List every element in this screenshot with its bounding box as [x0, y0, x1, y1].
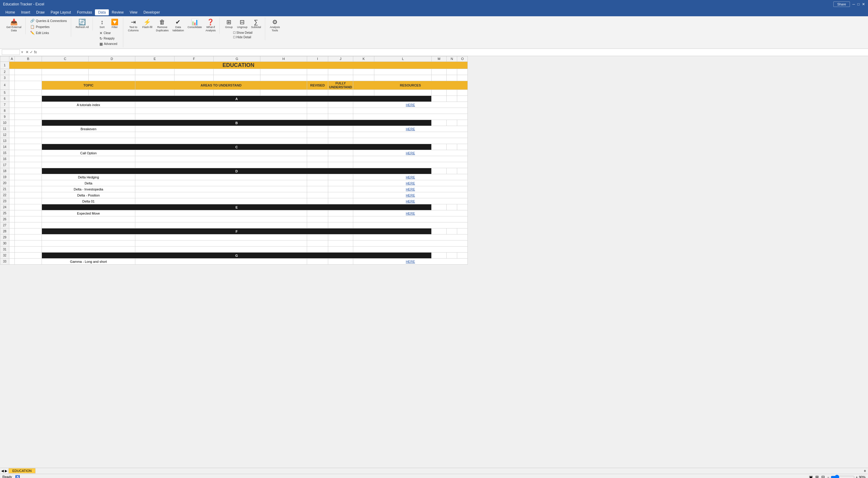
col-header-topic[interactable]: TOPIC [42, 81, 135, 90]
row-header-28[interactable]: 28 [0, 228, 9, 234]
cell-topic[interactable]: Breakeven [42, 126, 135, 132]
section-header-A[interactable]: A [42, 96, 432, 102]
col-header-c[interactable]: C [42, 56, 89, 62]
cell-topic[interactable] [42, 216, 135, 222]
menu-developer[interactable]: Developer [141, 9, 163, 15]
cell-resources[interactable]: HERE [353, 259, 468, 265]
refresh-all-button[interactable]: 🔄 Refresh All [74, 18, 90, 30]
cell-empty[interactable] [15, 150, 42, 156]
cell-empty[interactable] [9, 132, 15, 138]
close-button[interactable]: ✕ [862, 2, 865, 6]
cell-topic[interactable]: Delta - Position [42, 192, 135, 198]
cell-reference-box[interactable]: A1 [2, 50, 20, 55]
col-header-l[interactable]: L [374, 56, 432, 62]
cell-resources[interactable]: HERE [353, 211, 468, 216]
cell-empty[interactable] [42, 69, 89, 75]
cell-topic[interactable] [42, 132, 135, 138]
cell-topic[interactable]: Delta [42, 180, 135, 186]
cell-topic[interactable] [42, 162, 135, 168]
zoom-in-button[interactable]: + [856, 475, 858, 478]
cell-empty[interactable] [15, 126, 42, 132]
cell-areas[interactable] [135, 180, 307, 186]
row-header-18[interactable]: 18 [0, 168, 9, 174]
cell-empty[interactable] [214, 75, 260, 81]
cell-revised[interactable] [307, 102, 328, 108]
col-header-o[interactable]: O [457, 56, 468, 62]
cell-areas[interactable] [135, 162, 307, 168]
cell-empty[interactable] [9, 96, 15, 102]
cell-empty[interactable] [15, 228, 42, 234]
row-header-4[interactable]: 4 [0, 81, 9, 90]
cell-topic[interactable]: Call Option [42, 150, 135, 156]
what-if-button[interactable]: ❓ What-ifAnalysis [204, 18, 217, 33]
cell-topic[interactable]: Gamma - Long and short [42, 259, 135, 265]
cell-resources[interactable] [353, 247, 468, 253]
cell-empty[interactable] [374, 90, 432, 96]
row-header-33[interactable]: 33 [0, 259, 9, 265]
cell-empty[interactable] [15, 216, 42, 222]
cell-empty[interactable] [15, 114, 42, 120]
cell-revised[interactable] [307, 186, 328, 192]
cell-resources[interactable] [353, 156, 468, 162]
share-button[interactable]: Share [833, 1, 850, 7]
cell-topic[interactable]: Delta - Investopedia [42, 186, 135, 192]
cell-areas[interactable] [135, 216, 307, 222]
col-header-m[interactable]: M [432, 56, 447, 62]
cell-fully[interactable] [328, 174, 353, 180]
cell-revised[interactable] [307, 174, 328, 180]
cell-empty[interactable] [260, 69, 307, 75]
menu-home[interactable]: Home [2, 9, 18, 15]
cell-empty[interactable] [374, 75, 432, 81]
cell-empty[interactable] [135, 69, 175, 75]
cell-empty[interactable] [9, 234, 15, 241]
remove-duplicates-button[interactable]: 🗑 RemoveDuplicates [154, 18, 170, 33]
row-header-25[interactable]: 25 [0, 211, 9, 216]
menu-formulas[interactable]: Formulas [74, 9, 95, 15]
cell-empty[interactable] [457, 253, 468, 259]
cell-areas[interactable] [135, 198, 307, 204]
spreadsheet-title[interactable]: EDUCATION [9, 62, 468, 69]
cell-fully[interactable] [328, 247, 353, 253]
properties-button[interactable]: 📋 Properties [29, 24, 68, 30]
cell-revised[interactable] [307, 180, 328, 186]
group-button[interactable]: ⊞ Group [223, 18, 235, 30]
row-header-31[interactable]: 31 [0, 247, 9, 253]
row-header-26[interactable]: 26 [0, 216, 9, 222]
cell-empty[interactable] [15, 253, 42, 259]
cell-topic[interactable] [42, 222, 135, 228]
tab-nav-next[interactable]: ▶ [5, 469, 7, 473]
cell-revised[interactable] [307, 138, 328, 144]
cell-empty[interactable] [328, 69, 353, 75]
cell-empty[interactable] [15, 75, 42, 81]
cell-areas[interactable] [135, 126, 307, 132]
row-header-5[interactable]: 5 [0, 90, 9, 96]
cell-empty[interactable] [432, 69, 447, 75]
view-normal-icon[interactable]: ▣ [809, 475, 813, 478]
cell-empty[interactable] [9, 162, 15, 168]
cell-empty[interactable] [447, 69, 457, 75]
cell-fully[interactable] [328, 162, 353, 168]
col-header-k[interactable]: K [353, 56, 374, 62]
cell-topic[interactable] [42, 241, 135, 247]
cell-empty[interactable] [9, 114, 15, 120]
restore-button[interactable]: □ [858, 2, 860, 6]
cell-empty[interactable] [353, 90, 374, 96]
cell-resources[interactable] [353, 162, 468, 168]
cell-empty[interactable] [9, 126, 15, 132]
row-header-14[interactable]: 14 [0, 144, 9, 150]
tab-nav-prev[interactable]: ◀ [1, 469, 4, 473]
cell-empty[interactable] [15, 69, 42, 75]
row-header-11[interactable]: 11 [0, 126, 9, 132]
insert-function-icon[interactable]: fx [34, 50, 37, 54]
data-validation-button[interactable]: ✔ DataValidation [170, 18, 185, 33]
cell-areas[interactable] [135, 241, 307, 247]
col-header-g[interactable]: G [214, 56, 260, 62]
cancel-formula-icon[interactable]: ✕ [26, 50, 29, 54]
cell-areas[interactable] [135, 186, 307, 192]
cell-empty[interactable] [260, 90, 307, 96]
section-header-D[interactable]: D [42, 168, 432, 174]
cell-empty[interactable] [42, 75, 89, 81]
cell-empty[interactable] [447, 144, 457, 150]
row-header-15[interactable]: 15 [0, 150, 9, 156]
cell-empty[interactable] [9, 211, 15, 216]
